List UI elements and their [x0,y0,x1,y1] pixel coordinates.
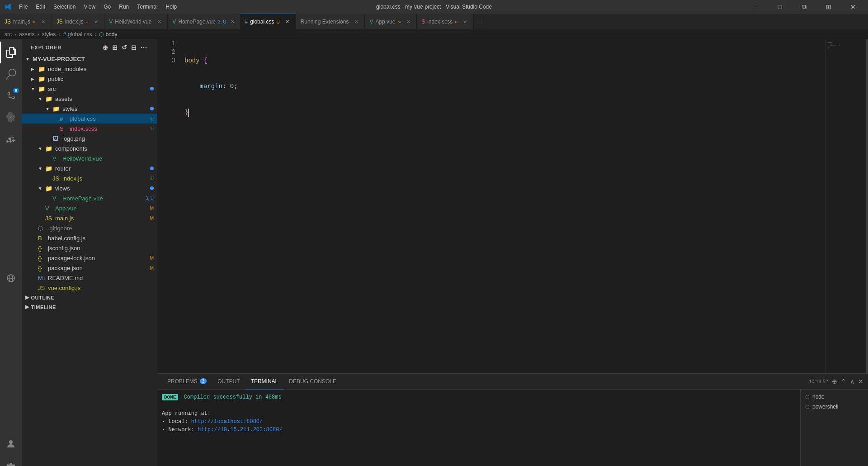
refresh-button[interactable]: ↺ [121,43,128,52]
tree-src[interactable]: ▼ 📁 src [22,84,157,94]
tab-close-button[interactable]: ✕ [92,18,99,25]
activity-extensions[interactable] [0,128,22,150]
tab-helloworld-vue[interactable]: V HelloWorld.vue ✕ [104,14,168,29]
menu-bar: File Edit Selection View Go Run Terminal… [15,3,180,11]
tree-vue-config[interactable]: JS vue.config.js [22,283,157,293]
local-url[interactable]: http://localhost:8080/ [191,418,263,425]
tree-node-modules[interactable]: ▶ 📁 node_modules [22,64,157,74]
panel-chevron-button[interactable]: ∧ [850,378,854,385]
panel-tab-output[interactable]: OUTPUT [212,374,245,390]
panel-more-button[interactable]: ⌃ [841,378,846,385]
modified-badge: M [150,216,154,221]
activity-settings[interactable] [0,456,22,466]
new-file-button[interactable]: ⊕ [102,43,109,52]
tab-close-button[interactable]: ✕ [462,18,469,25]
menu-help[interactable]: Help [162,3,181,11]
menu-selection[interactable]: Selection [50,3,79,11]
menu-edit[interactable]: Edit [32,3,49,11]
timeline-section[interactable]: ▶ TIMELINE [22,302,157,312]
tree-package-lock[interactable]: {} package-lock.json M [22,253,157,263]
tree-logo-png[interactable]: 🖼 logo.png [22,133,157,143]
tab-close-button[interactable]: ✕ [156,18,163,25]
editor-scrollbar[interactable] [862,39,868,373]
tree-router[interactable]: ▼ 📁 router [22,163,157,173]
activity-accounts[interactable] [0,433,22,455]
tree-package-json[interactable]: {} package.json M [22,263,157,273]
modified-badge: M [150,206,154,211]
folder-icon: 📁 [38,76,46,82]
menu-run[interactable]: Run [115,3,132,11]
breadcrumb-src[interactable]: src [5,31,12,38]
menu-terminal[interactable]: Terminal [133,3,161,11]
tree-app-vue[interactable]: V App.vue M [22,203,157,213]
breadcrumb-sep: › [94,31,96,38]
panel-close-button[interactable]: ✕ [858,378,863,385]
breadcrumb-styles[interactable]: styles [42,31,56,38]
tab-app-vue[interactable]: V App.vue M ✕ [365,14,417,29]
network-url[interactable]: http://10.15.211.202:8080/ [198,427,282,433]
tab-close-button[interactable]: ✕ [230,18,235,25]
tab-running-extensions[interactable]: Running Extensions ✕ [296,14,365,29]
activity-remote[interactable] [0,267,22,289]
minimap[interactable]: body { margin: 0;} [826,39,862,373]
terminal-tab-node[interactable]: ⬡ node [801,392,868,402]
tree-public[interactable]: ▶ 📁 public [22,74,157,84]
tree-assets[interactable]: ▼ 📁 assets [22,94,157,104]
source-control-badge: 8 [13,88,19,93]
tree-main-js[interactable]: JS main.js M [22,213,157,223]
tree-views[interactable]: ▼ 📁 views [22,183,157,193]
code-area[interactable]: body { margin: 0; } [180,39,826,373]
menu-view[interactable]: View [80,3,99,11]
activity-explorer[interactable] [0,42,22,63]
menu-file[interactable]: File [15,3,31,11]
tree-project-root[interactable]: ▼ MY-VUE-PROJECT [22,54,157,64]
tree-index-scss[interactable]: S index.scss U [22,124,157,133]
tab-main-js[interactable]: JS main.js M ✕ [0,14,52,29]
outline-section[interactable]: ▶ OUTLINE [22,293,157,302]
terminal-tab-powershell[interactable]: ⬡ powershell [801,402,868,412]
tree-readme[interactable]: M↓ README.md [22,273,157,283]
panel-tab-debug[interactable]: DEBUG CONSOLE [283,374,342,390]
sidebar-more-button[interactable]: ··· [140,43,148,52]
layout-button[interactable]: ⊞ [818,0,839,14]
tree-styles[interactable]: ▼ 📁 styles [22,104,157,114]
terminal-output[interactable]: DONE Compiled successfully in 468ms App … [157,390,800,466]
maximize-button[interactable]: □ [769,0,790,14]
panel-tab-terminal[interactable]: TERMINAL [245,374,284,390]
tab-homepage-vue[interactable]: V HomePage.vue 3, U ✕ [168,14,240,29]
activity-run-debug[interactable] [0,107,22,128]
close-button[interactable]: ✕ [843,0,863,14]
tree-babel-config[interactable]: B babel.config.js [22,233,157,243]
minimize-button[interactable]: ─ [745,0,766,14]
tab-index-js[interactable]: JS index.js U ✕ [52,14,104,29]
tab-close-button[interactable]: ✕ [284,18,291,25]
tab-close-button[interactable]: ✕ [405,18,412,25]
collapse-all-button[interactable]: ⊟ [130,43,138,52]
activity-source-control[interactable]: 8 [0,85,22,107]
menu-go[interactable]: Go [100,3,114,11]
restore-button[interactable]: ⧉ [794,0,815,14]
tree-jsconfig[interactable]: {} jsconfig.json [22,243,157,253]
breadcrumb-symbol[interactable]: body [105,31,117,38]
new-folder-button[interactable]: ⊞ [111,43,119,52]
js-icon: JS [5,19,11,25]
tab-close-button[interactable]: ✕ [40,18,47,25]
tree-helloworld-vue[interactable]: V HelloWorld.vue [22,153,157,163]
tree-homepage-vue[interactable]: V HomePage.vue 3, U [22,193,157,203]
panel-add-button[interactable]: ⊕ [832,378,837,385]
css-value: 0 [230,82,234,91]
js-file-icon: JS [38,285,46,291]
tree-components[interactable]: ▼ 📁 components [22,143,157,153]
breadcrumb-file[interactable]: global.css [68,31,92,38]
breadcrumb-assets[interactable]: assets [19,31,35,38]
panel-tab-problems[interactable]: PROBLEMS 3 [162,374,212,390]
editor-content[interactable]: 1 2 3 body { margin: 0; } [157,39,868,373]
tree-router-index-js[interactable]: JS index.js U [22,173,157,183]
tab-global-css[interactable]: # global.css U ✕ [240,14,296,29]
activity-search[interactable] [0,63,22,85]
tab-index-scss[interactable]: S index.scss U ✕ [417,14,474,29]
tree-global-css[interactable]: # global.css U [22,114,157,124]
tab-overflow-button[interactable]: ··· [474,18,486,25]
tab-close-button[interactable]: ✕ [353,18,360,25]
tree-gitignore[interactable]: ⬡ .gitignore [22,223,157,233]
